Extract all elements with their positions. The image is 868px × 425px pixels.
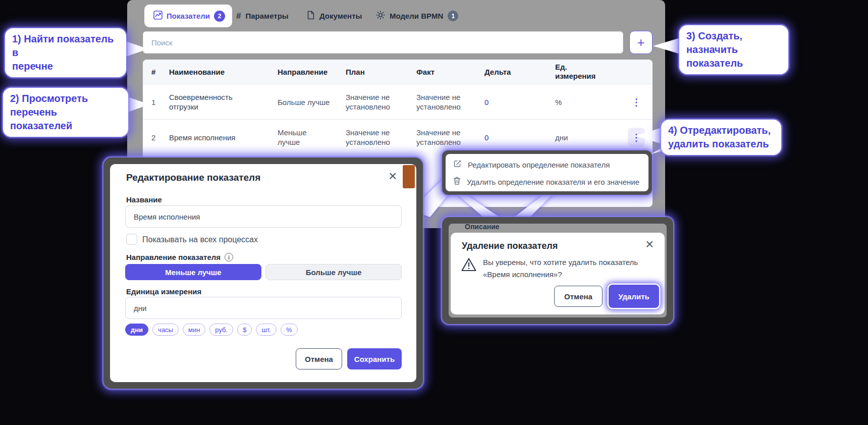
name-input[interactable] [125, 205, 402, 228]
edit-indicator-modal: Редактирование показателя × Название Пок… [110, 164, 416, 382]
tab-bpmn-models[interactable]: Модели BPMN 1 [376, 5, 458, 27]
delete-cancel-button[interactable]: Отмена [554, 286, 603, 307]
menu-item-delete-label: Удалить определение показателя и его зна… [467, 178, 639, 186]
col-plan: План [346, 60, 365, 84]
edit-save-button[interactable]: Сохранить [347, 348, 402, 369]
unit-chip-minutes[interactable]: мин [183, 324, 205, 336]
row1-unit: % [555, 84, 562, 120]
callout-4-edit-delete-indicator: 4) Отредактировать, удалить показатель [661, 120, 781, 155]
col-direction: Направление [278, 60, 328, 84]
document-icon [307, 11, 315, 22]
callout-1-find-indicator: 1) Найти показатель в перечне [5, 28, 126, 77]
unit-chip-days[interactable]: дни [125, 324, 148, 336]
checkbox-label: Показывать на всех процессах [142, 235, 258, 244]
row2-name: Время исполнения [169, 120, 252, 155]
background-description-header: Описание [465, 224, 500, 231]
chart-line-icon [153, 11, 162, 22]
edit-modal-title: Редактирование показателя [126, 172, 260, 183]
table-row[interactable]: 1 Своевременность отгрузки Больше лучше … [143, 84, 653, 120]
delete-message-line1: Вы уверены, что хотите удалить показател… [483, 256, 638, 269]
row1-name: Своевременность отгрузки [169, 84, 252, 120]
plus-icon: + [637, 35, 644, 50]
delete-modal-title: Удаление показателя [462, 241, 558, 251]
row2-unit: дни [555, 120, 568, 155]
row1-delta: 0 [484, 84, 489, 120]
row1-num: 1 [151, 84, 155, 120]
sun-icon [376, 11, 385, 22]
direction-field-label: Направление показателя [126, 253, 221, 261]
tab-indicators-badge: 2 [214, 11, 225, 22]
row2-direction: Меньше лучше [278, 120, 317, 155]
edit-icon [453, 160, 462, 170]
trash-icon [453, 177, 461, 187]
delete-indicator-modal: Удаление показателя × Вы уверены, что хо… [451, 233, 665, 314]
tab-bpmn-models-label: Модели BPMN [390, 12, 443, 20]
row2-fact: Значение не установлено [416, 120, 474, 155]
table-header-row: # Наименование Направление План Факт Дел… [143, 60, 653, 84]
warning-icon [461, 257, 477, 274]
menu-item-edit[interactable]: Редактировать определение показателя [446, 156, 648, 173]
col-fact: Факт [416, 60, 435, 84]
callout-3-create-indicator: 3) Создать, назначить показатель [679, 25, 788, 74]
tab-documents-label: Документы [319, 12, 362, 20]
unit-chip-percent[interactable]: % [281, 324, 298, 336]
unit-chip-rub[interactable]: руб. [209, 324, 233, 336]
background-orange-button-fragment [403, 165, 415, 188]
row1-kebab-menu-icon[interactable]: ⋮ [627, 84, 645, 120]
close-icon[interactable]: × [389, 171, 397, 181]
tab-documents[interactable]: Документы [307, 5, 362, 27]
screenshot-root: Показатели 2 # Параметры Документы Модел… [0, 0, 868, 425]
tab-parameters[interactable]: # Параметры [236, 5, 289, 27]
row1-direction: Больше лучше [278, 84, 341, 120]
tab-indicators[interactable]: Показатели 2 [144, 5, 232, 27]
menu-item-edit-label: Редактировать определение показателя [468, 161, 610, 169]
delete-confirm-button[interactable]: Удалить [609, 285, 659, 308]
row1-fact: Значение не установлено [416, 84, 474, 120]
col-name: Наименование [169, 60, 225, 84]
row1-plan: Значение не установлено [346, 84, 404, 120]
name-field-label: Название [126, 195, 162, 204]
row2-delta: 0 [484, 120, 489, 155]
unit-input[interactable] [125, 297, 402, 319]
unit-field-label: Единица измерения [126, 287, 201, 296]
direction-option-less-better[interactable]: Меньше лучше [125, 264, 261, 280]
unit-chip-pcs[interactable]: шт. [256, 324, 277, 336]
row2-plan: Значение не установлено [346, 120, 404, 155]
show-on-all-processes-checkbox[interactable] [126, 234, 137, 245]
col-num: # [151, 60, 155, 84]
tab-bpmn-models-badge: 1 [448, 11, 458, 21]
direction-option-more-better[interactable]: Больше лучше [265, 264, 402, 280]
unit-chip-dollar[interactable]: $ [237, 324, 252, 336]
delete-message-line2: «Время исполнения»? [483, 269, 562, 281]
row-context-menu: Редактировать определение показателя Уда… [446, 154, 648, 191]
hash-icon: # [236, 11, 241, 21]
tab-parameters-label: Параметры [245, 12, 288, 20]
table-row[interactable]: 2 Время исполнения Меньше лучше Значение… [143, 119, 653, 155]
col-unit: Ед. измерения [555, 63, 601, 81]
col-delta: Дельта [484, 60, 511, 84]
info-icon[interactable]: i [225, 253, 233, 261]
menu-item-delete[interactable]: Удалить определение показателя и его зна… [446, 173, 648, 190]
tab-indicators-label: Показатели [167, 12, 210, 20]
edit-cancel-button[interactable]: Отмена [296, 348, 342, 369]
unit-chip-hours[interactable]: часы [152, 324, 179, 336]
add-indicator-button[interactable]: + [629, 31, 653, 54]
close-icon[interactable]: × [645, 239, 654, 249]
callout-2-view-list: 2) Просмотреть перечень показателей [3, 88, 128, 137]
search-input[interactable] [143, 31, 623, 54]
row2-num: 2 [151, 120, 155, 155]
